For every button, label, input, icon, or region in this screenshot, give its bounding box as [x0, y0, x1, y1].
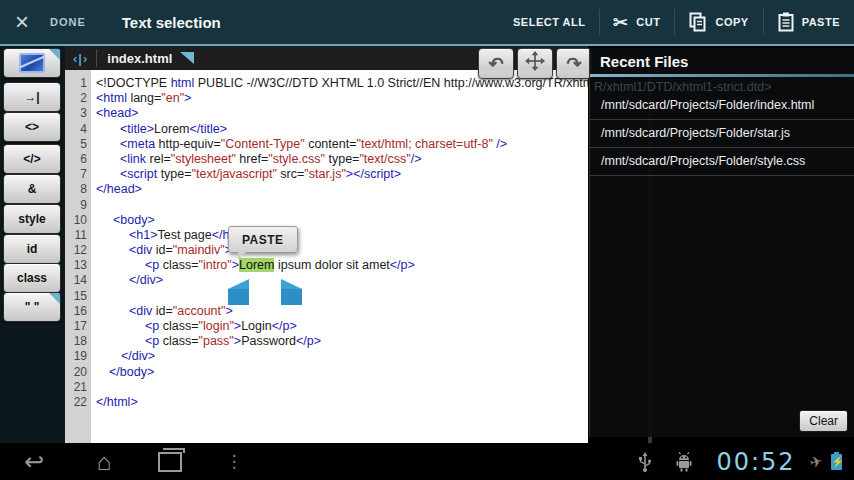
sidebar-button-label: " " [25, 300, 40, 314]
code-line: <script type="text/javascript" src="star… [91, 167, 588, 182]
recent-file-item[interactable]: /mnt/sdcard/Projects/Folder/star.js [590, 120, 854, 148]
copy-button[interactable]: COPY [675, 0, 762, 44]
long-press-corner-icon [49, 293, 60, 304]
redo-button[interactable]: ↷ [556, 48, 592, 79]
paste-popup[interactable]: PASTE [228, 226, 298, 253]
tab-modified-flag-icon [180, 52, 194, 64]
close-icon[interactable]: × [0, 0, 44, 44]
tab-index-html[interactable]: index.html [97, 51, 180, 66]
move-icon [525, 51, 545, 76]
paste-icon [778, 12, 794, 32]
handle-body [228, 289, 249, 305]
sidebar-button-insert-style[interactable]: style [3, 204, 61, 234]
snippet-sidebar: →|<></>&styleidclass" " [0, 46, 65, 443]
copy-icon [689, 12, 707, 32]
sidebar-button-label: id [27, 242, 38, 256]
code-line: <meta http-equiv="Content-Type" content=… [91, 137, 588, 152]
sidebar-button-label: <> [25, 120, 39, 134]
line-number: 4 [65, 122, 91, 137]
move-cursor-button[interactable] [517, 48, 553, 79]
line-number: 20 [65, 365, 91, 380]
selected-text[interactable]: Lorem [239, 258, 274, 272]
line-number: 3 [65, 106, 91, 121]
line-number: 10 [65, 213, 91, 228]
line-number: 21 [65, 380, 91, 395]
code-line: </div> [91, 349, 588, 364]
panel-title: Recent Files [590, 48, 854, 74]
code-line: </head> [91, 182, 588, 197]
selection-handle-right[interactable] [281, 279, 302, 305]
sidebar-button-insert-closing-tag[interactable]: </> [3, 144, 61, 174]
line-number: 7 [65, 167, 91, 182]
paste-popup-tail [238, 251, 247, 260]
code-area: <!DOCTYPE html PUBLIC -//W3C//DTD XHTML … [91, 70, 588, 443]
code-line: <p class="login">Login</p> [91, 319, 588, 334]
battery-charging-icon: ⚡ [828, 443, 844, 480]
page-title: Text selection [104, 14, 221, 31]
copy-label: COPY [715, 16, 748, 28]
code-line: <head> [91, 106, 588, 121]
recent-files-panel: Recent Files R/xhtml1/DTD/xhtml1-strict.… [589, 48, 854, 437]
long-press-corner-icon [49, 49, 60, 60]
action-bar-actions: SELECT ALL ✂ CUT COPY [499, 0, 854, 44]
recent-file-item[interactable]: /mnt/sdcard/Projects/Folder/index.html [590, 92, 854, 120]
line-number-gutter: 12345678910111213141516171819202122 [65, 70, 91, 443]
clear-button[interactable]: Clear [799, 410, 848, 432]
line-number: 9 [65, 198, 91, 213]
select-all-button[interactable]: SELECT ALL [499, 0, 599, 44]
cut-icon: ✂ [614, 13, 629, 32]
action-bar: × DONE Text selection SELECT ALL ✂ CUT [0, 0, 854, 46]
line-number: 1 [65, 76, 91, 91]
selection-handle-left[interactable] [228, 279, 249, 305]
sidebar-button-label: →| [24, 90, 39, 104]
code-line: </html> [91, 395, 588, 410]
sidebar-button-insert-entity[interactable]: & [3, 174, 61, 204]
sidebar-button-label: & [28, 182, 37, 196]
sidebar-button-insert-quotes[interactable]: " " [3, 292, 61, 322]
code-line: <title>Lorem</title> [91, 122, 588, 137]
code-line: <p class="pass">Password</p> [91, 334, 588, 349]
line-number: 15 [65, 289, 91, 304]
floating-tools: ↶ ↷ [478, 48, 592, 79]
sidebar-button-insert-brackets[interactable]: <> [3, 112, 61, 142]
airplane-mode-icon: ✈ [802, 441, 829, 480]
sidebar-button-insert-tab[interactable]: →| [3, 82, 61, 112]
paste-button[interactable]: PASTE [764, 0, 854, 44]
code-line: <p class="intro">Lorem ipsum dolor sit a… [91, 258, 588, 273]
line-number: 2 [65, 91, 91, 106]
undo-button[interactable]: ↶ [478, 48, 514, 79]
line-number: 17 [65, 319, 91, 334]
usb-debugging-robot-icon [672, 443, 696, 480]
panel-title-divider [590, 74, 854, 77]
code-line: <div id="maindiv"> [91, 243, 588, 258]
code-line [91, 198, 588, 213]
line-number: 5 [65, 137, 91, 152]
clock: 00:52 [706, 443, 806, 480]
back-button[interactable]: ↩ [14, 443, 54, 480]
home-button[interactable]: ⌂ [84, 443, 124, 480]
sidebar-button-insert-class[interactable]: class [3, 263, 61, 293]
sidebar-button-insert-image[interactable] [3, 48, 61, 78]
code-line: <body> [91, 213, 588, 228]
recent-file-item[interactable]: /mnt/sdcard/Projects/Folder/style.css [590, 148, 854, 176]
handle-triangle [228, 279, 249, 289]
code-line: </div> [91, 273, 588, 288]
usb-connected-icon [634, 443, 656, 480]
line-number: 12 [65, 243, 91, 258]
file-type-icon: ‹|› [65, 51, 96, 66]
sidebar-button-label: </> [23, 152, 40, 166]
app-screen: × DONE Text selection SELECT ALL ✂ CUT [0, 0, 854, 480]
handle-body [281, 289, 302, 305]
image-icon [19, 53, 45, 73]
code-line [91, 289, 588, 304]
code-line: <html lang="en"> [91, 91, 588, 106]
redo-icon: ↷ [566, 53, 581, 75]
recent-apps-icon [158, 452, 182, 472]
cut-button[interactable]: ✂ CUT [600, 0, 674, 44]
done-button[interactable]: DONE [44, 16, 104, 28]
sidebar-button-insert-id[interactable]: id [3, 234, 61, 264]
recent-apps-button[interactable] [150, 443, 190, 480]
menu-button[interactable]: ⋮ [222, 443, 246, 480]
line-number: 13 [65, 258, 91, 273]
code-editor[interactable]: 12345678910111213141516171819202122 <!DO… [65, 70, 588, 443]
